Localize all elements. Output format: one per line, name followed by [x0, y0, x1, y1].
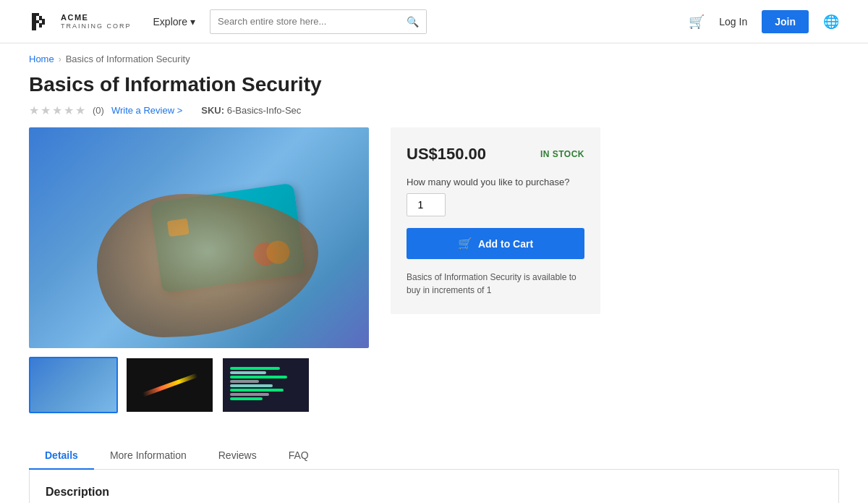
search-input[interactable] — [210, 12, 399, 31]
header-right: 🛒 Log In Join 🌐 — [689, 10, 839, 33]
sku-value: 6-Basics-Info-Sec — [227, 105, 302, 116]
thumb-img-3 — [223, 358, 309, 412]
hand-overlay — [97, 194, 318, 337]
logo-name: ACME — [61, 13, 132, 22]
main-image-placeholder — [29, 127, 369, 348]
svg-rect-2 — [36, 20, 39, 23]
breadcrumb-home[interactable]: Home — [29, 54, 54, 64]
code-line-1 — [230, 367, 280, 370]
svg-rect-0 — [32, 13, 36, 30]
code-line-8 — [230, 397, 263, 400]
page-title: Basics of Information Security — [29, 73, 839, 96]
rating-count: (0) — [93, 105, 104, 116]
explore-label: Explore — [153, 16, 187, 28]
cart-icon: 🛒 — [689, 14, 705, 29]
page-title-area: Basics of Information Security ★ ★ ★ ★ ★… — [0, 69, 868, 127]
thumbnail-3[interactable] — [221, 357, 310, 413]
add-to-cart-label: Add to Cart — [478, 238, 533, 250]
stock-status: IN STOCK — [540, 149, 584, 159]
join-button[interactable]: Join — [762, 10, 809, 33]
cart-button[interactable]: 🛒 — [689, 14, 705, 30]
tab-faq[interactable]: FAQ — [273, 442, 325, 470]
code-line-5 — [230, 384, 273, 387]
thumb-img-2 — [127, 358, 213, 412]
tabs-section: Details More Information Reviews FAQ Des… — [0, 442, 868, 503]
search-button[interactable]: 🔍 — [399, 10, 426, 33]
language-button[interactable]: 🌐 — [823, 14, 839, 30]
tab-details[interactable]: Details — [29, 442, 94, 470]
breadcrumb-separator: › — [59, 54, 61, 64]
star-2: ★ — [41, 103, 51, 117]
breadcrumb: Home › Basics of Information Security — [0, 43, 868, 69]
login-button[interactable]: Log In — [719, 16, 747, 28]
explore-nav[interactable]: Explore ▾ — [153, 16, 195, 28]
star-5: ★ — [75, 103, 85, 117]
breadcrumb-current: Basics of Information Security — [66, 54, 190, 64]
sku-label: SKU: — [201, 105, 224, 116]
cart-icon-white: 🛒 — [458, 237, 472, 250]
sku-area: SKU: 6-Basics-Info-Sec — [201, 105, 301, 116]
main-image — [29, 127, 369, 348]
quantity-input[interactable] — [407, 193, 446, 216]
price-row: US$150.00 IN STOCK — [407, 145, 584, 164]
logo-icon — [29, 9, 55, 35]
logo-subtitle: TRAINING CORP — [61, 22, 132, 30]
svg-rect-5 — [42, 19, 45, 25]
tabs-bar: Details More Information Reviews FAQ — [29, 442, 839, 470]
main-content: US$150.00 IN STOCK How many would you li… — [0, 127, 868, 428]
code-line-4 — [230, 380, 259, 383]
search-icon: 🔍 — [407, 16, 419, 28]
svg-rect-4 — [39, 23, 42, 28]
write-review-link[interactable]: Write a Review > — [111, 105, 182, 116]
globe-icon: 🌐 — [823, 14, 839, 29]
star-4: ★ — [64, 103, 74, 117]
thumbnail-2[interactable] — [125, 357, 214, 413]
thumbnails — [29, 357, 369, 413]
purchase-panel: US$150.00 IN STOCK How many would you li… — [391, 127, 600, 314]
qty-label: How many would you like to purchase? — [407, 177, 584, 187]
product-image-section — [29, 127, 369, 413]
hand-card-visual — [29, 127, 369, 348]
thumb-img-1 — [30, 358, 116, 412]
code-line-2 — [230, 371, 266, 374]
logo[interactable]: ACME TRAINING CORP — [29, 9, 132, 35]
availability-note: Basics of Information Security is availa… — [407, 271, 584, 297]
search-bar: 🔍 — [210, 9, 427, 34]
tab-reviews[interactable]: Reviews — [203, 442, 273, 470]
star-1: ★ — [29, 103, 39, 117]
description-title: Description — [46, 486, 822, 499]
svg-rect-1 — [36, 13, 39, 16]
star-rating: ★ ★ ★ ★ ★ — [29, 103, 85, 117]
product-price: US$150.00 — [407, 145, 486, 164]
chevron-down-icon: ▾ — [190, 16, 195, 28]
thumbnail-1[interactable] — [29, 357, 118, 413]
header: ACME TRAINING CORP Explore ▾ 🔍 🛒 Log In … — [0, 0, 868, 43]
code-line-3 — [230, 376, 287, 379]
light-streak — [142, 373, 197, 397]
star-3: ★ — [52, 103, 62, 117]
tab-content: Description The Basics of Information Se… — [29, 470, 839, 503]
svg-rect-3 — [39, 16, 42, 20]
code-line-7 — [230, 393, 269, 396]
tab-more-information[interactable]: More Information — [94, 442, 203, 470]
code-line-6 — [230, 389, 284, 392]
add-to-cart-button[interactable]: 🛒 Add to Cart — [407, 228, 584, 259]
rating-row: ★ ★ ★ ★ ★ (0) Write a Review > SKU: 6-Ba… — [29, 103, 839, 117]
